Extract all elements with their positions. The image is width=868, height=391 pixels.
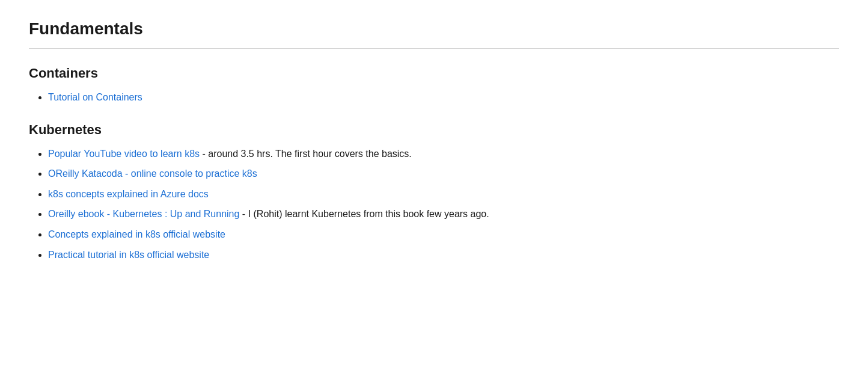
link-tutorial-containers[interactable]: Tutorial on Containers [48,92,142,102]
link-katacoda[interactable]: OReilly Katacoda - online console to pra… [48,168,257,179]
link-practical-official[interactable]: Practical tutorial in k8s official websi… [48,250,209,260]
link-concepts-official[interactable]: Concepts explained in k8s official websi… [48,229,225,239]
list-item: Popular YouTube video to learn k8s - aro… [48,146,839,162]
link-youtube-k8s[interactable]: Popular YouTube video to learn k8s [48,149,200,159]
item-list-containers: Tutorial on Containers [29,90,839,105]
page-title: Fundamentals [29,19,839,38]
link-oreilly-ebook[interactable]: Oreilly ebook - Kubernetes : Up and Runn… [48,209,239,219]
section-heading-kubernetes: Kubernetes [29,122,839,138]
item-list-kubernetes: Popular YouTube video to learn k8s - aro… [29,146,839,263]
list-item: OReilly Katacoda - online console to pra… [48,166,839,182]
section-heading-containers: Containers [29,66,839,81]
section-containers: ContainersTutorial on Containers [29,66,839,105]
list-item: Oreilly ebook - Kubernetes : Up and Runn… [48,206,839,222]
list-item: Practical tutorial in k8s official websi… [48,247,839,263]
suffix-oreilly-ebook: - I (Rohit) learnt Kubernetes from this … [239,209,489,219]
list-item: Tutorial on Containers [48,90,839,105]
section-divider [29,48,839,49]
list-item: k8s concepts explained in Azure docs [48,186,839,202]
suffix-youtube-k8s: - around 3.5 hrs. The first hour covers … [200,149,412,159]
section-kubernetes: KubernetesPopular YouTube video to learn… [29,122,839,263]
link-azure-docs[interactable]: k8s concepts explained in Azure docs [48,189,209,199]
sections-container: ContainersTutorial on ContainersKubernet… [29,66,839,262]
list-item: Concepts explained in k8s official websi… [48,227,839,242]
